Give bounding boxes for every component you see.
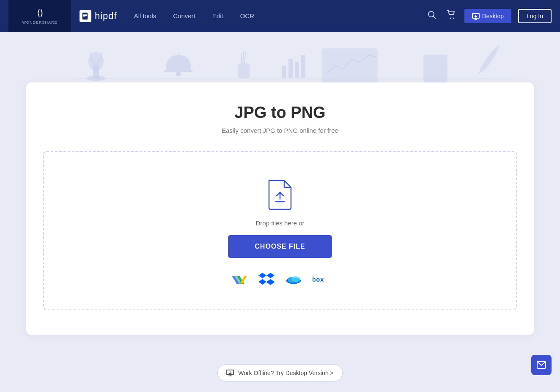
- svg-rect-26: [324, 51, 375, 79]
- svg-marker-42: [266, 280, 275, 285]
- login-button[interactable]: Log In: [518, 9, 552, 23]
- box-icon[interactable]: box: [312, 271, 329, 288]
- svg-rect-28: [427, 59, 442, 60]
- svg-rect-17: [238, 63, 250, 78]
- nav-actions: Desktop Log In: [425, 8, 552, 23]
- desktop-banner: Work Offline? Try Desktop Version >: [0, 365, 560, 381]
- email-icon: [537, 361, 546, 369]
- desktop-version-icon: [226, 369, 234, 377]
- svg-rect-29: [427, 63, 442, 64]
- cart-button[interactable]: [445, 8, 458, 23]
- svg-rect-24: [301, 55, 305, 78]
- svg-rect-30: [427, 66, 438, 67]
- svg-rect-0: [82, 13, 88, 19]
- hipdf-brand: hipdf: [80, 10, 117, 22]
- svg-rect-21: [282, 66, 286, 78]
- svg-line-6: [433, 16, 436, 19]
- wondershare-brand: ⟨⟩ wondershare: [8, 0, 71, 32]
- svg-line-20: [244, 52, 245, 63]
- upload-icon: [265, 177, 295, 211]
- drop-zone[interactable]: Drop files here or CHOOSE FILE: [43, 151, 517, 310]
- nav-links: All tools Convert Edit OCR: [134, 12, 425, 19]
- svg-point-8: [453, 18, 454, 19]
- nav-ocr[interactable]: OCR: [240, 12, 254, 19]
- desktop-version-link[interactable]: Work Offline? Try Desktop Version >: [217, 365, 343, 381]
- svg-point-5: [428, 11, 434, 17]
- svg-line-19: [243, 51, 244, 63]
- navbar: ⟨⟩ wondershare hipdf All tools Convert E…: [0, 0, 560, 32]
- choose-file-button[interactable]: CHOOSE FILE: [228, 235, 332, 258]
- svg-rect-23: [295, 62, 299, 78]
- svg-point-15: [176, 71, 181, 77]
- svg-rect-1: [83, 14, 87, 15]
- hipdf-name: hipdf: [95, 11, 117, 22]
- onedrive-icon[interactable]: [285, 271, 302, 288]
- svg-rect-22: [288, 59, 293, 78]
- nav-convert[interactable]: Convert: [173, 12, 195, 19]
- svg-marker-39: [266, 273, 275, 278]
- svg-marker-38: [258, 273, 266, 278]
- hipdf-icon: [80, 10, 91, 22]
- svg-point-46: [291, 276, 300, 282]
- hero-svg: [47, 32, 513, 82]
- converter-title: JPG to PNG: [43, 104, 517, 122]
- svg-rect-2: [83, 15, 87, 16]
- svg-line-18: [241, 53, 242, 63]
- nav-edit[interactable]: Edit: [212, 12, 223, 19]
- svg-rect-3: [83, 16, 85, 17]
- svg-text:box: box: [312, 276, 324, 283]
- search-button[interactable]: [425, 8, 438, 23]
- google-drive-icon[interactable]: [231, 271, 248, 288]
- main-content: JPG to PNG Easily convert JPG to PNG onl…: [0, 82, 560, 352]
- svg-point-7: [450, 18, 451, 19]
- converter-card: JPG to PNG Easily convert JPG to PNG onl…: [26, 82, 534, 335]
- cloud-services: box: [231, 271, 329, 288]
- wondershare-logo-text: wondershare: [22, 20, 57, 25]
- desktop-version-text: Work Offline? Try Desktop Version >: [238, 370, 334, 376]
- drop-text: Drop files here or: [255, 219, 304, 227]
- converter-subtitle: Easily convert JPG to PNG online for fre…: [43, 127, 517, 134]
- svg-marker-40: [258, 279, 266, 285]
- desktop-btn-label: Desktop: [482, 13, 504, 19]
- nav-all-tools[interactable]: All tools: [134, 12, 156, 19]
- desktop-button[interactable]: Desktop: [464, 9, 511, 23]
- hero-illustration: [0, 32, 560, 82]
- floating-email-button[interactable]: [531, 355, 552, 375]
- dropbox-icon[interactable]: [258, 271, 275, 288]
- wondershare-logo-icon: ⟨⟩: [37, 8, 43, 19]
